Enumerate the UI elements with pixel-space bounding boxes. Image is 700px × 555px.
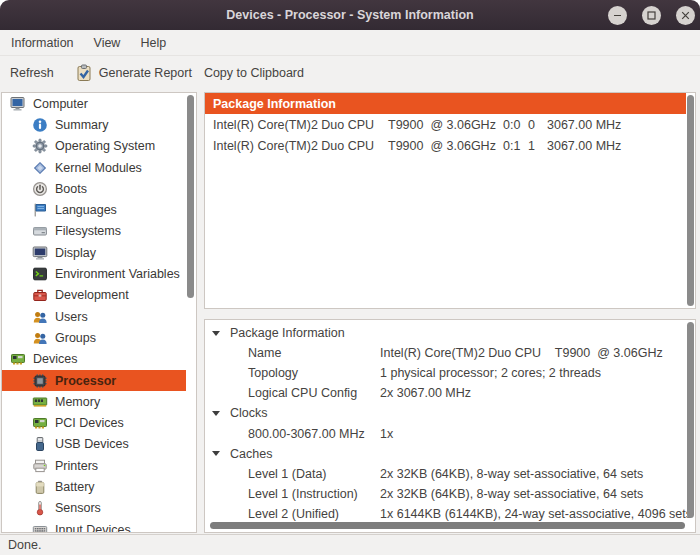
details-row-level-1-data[interactable]: Level 1 (Data)2x 32KB (64KB), 8-way set-…: [205, 464, 695, 484]
sidebar-scrollbar[interactable]: [187, 95, 194, 298]
computer-icon: [10, 96, 26, 112]
details-row-level-2-unified[interactable]: Level 2 (Unified)1x 6144KB (6144KB), 24-…: [205, 504, 695, 524]
details-section-package-information[interactable]: Package Information: [205, 323, 695, 343]
expander-icon[interactable]: [212, 411, 230, 416]
details-row-value: 2x 32KB (64KB), 8-way set-associative, 6…: [380, 467, 643, 481]
processor-icon: [32, 373, 48, 389]
app-window: Devices - Processor - System Information…: [0, 0, 700, 555]
sidebar-item-label: Groups: [55, 331, 96, 345]
details-row-label: Logical CPU Config: [248, 386, 380, 400]
details-row-800-00-3067-00-mhz[interactable]: 800.00-3067.00 MHz1x: [205, 423, 695, 443]
sidebar-item-kernel-modules[interactable]: Kernel Modules: [2, 157, 196, 178]
sidebar-item-label: Computer: [33, 97, 88, 111]
menubar: Information View Help: [0, 30, 700, 56]
sidebar-item-battery[interactable]: Battery: [2, 476, 196, 497]
sidebar-item-operating-system[interactable]: Operating System: [2, 136, 196, 157]
cpu-name: Intel(R) Core(TM)2 Duo CPU: [205, 139, 388, 153]
sidebar-item-printers[interactable]: Printers: [2, 455, 196, 476]
details-section-caches[interactable]: Caches: [205, 444, 695, 464]
cpu-topology: 0:0: [503, 118, 528, 132]
sidebar-item-boots[interactable]: Boots: [2, 178, 196, 199]
generate-report-button[interactable]: Generate Report: [75, 64, 192, 82]
cpu-freq: 3067.00 MHz: [547, 139, 621, 153]
sidebar-item-users[interactable]: Users: [2, 306, 196, 327]
package-list-rows: Intel(R) Core(TM)2 Duo CPUT9900 @ 3.06GH…: [205, 114, 695, 157]
cpu-row[interactable]: Intel(R) Core(TM)2 Duo CPUT9900 @ 3.06GH…: [205, 136, 695, 158]
details-row-value: 2x 32KB (64KB), 8-way set-associative, 6…: [380, 487, 643, 501]
expander-icon[interactable]: [212, 331, 230, 336]
cpu-row[interactable]: Intel(R) Core(TM)2 Duo CPUT9900 @ 3.06GH…: [205, 114, 695, 136]
sidebar-item-label: Users: [55, 310, 88, 324]
sidebar-item-memory[interactable]: Memory: [2, 391, 196, 412]
details-panel: Package InformationNameIntel(R) Core(TM)…: [204, 319, 696, 533]
details-row-level-1-instruction[interactable]: Level 1 (Instruction)2x 32KB (64KB), 8-w…: [205, 484, 695, 504]
sidebar-item-label: Kernel Modules: [55, 161, 142, 175]
sidebar-item-sensors[interactable]: Sensors: [2, 498, 196, 519]
sidebar-item-label: Input Devices: [55, 523, 131, 533]
details-row-logical-cpu-config[interactable]: Logical CPU Config2x 3067.00 MHz: [205, 383, 695, 403]
sidebar-item-label: Devices: [33, 352, 77, 366]
titlebar[interactable]: Devices - Processor - System Information: [0, 0, 700, 30]
battery-icon: [32, 479, 48, 495]
details-section-clocks[interactable]: Clocks: [205, 403, 695, 423]
sidebar-item-filesystems[interactable]: Filesystems: [2, 221, 196, 242]
sidebar-item-usb-devices[interactable]: USB Devices: [2, 434, 196, 455]
sidebar-item-languages[interactable]: Languages: [2, 199, 196, 220]
expander-icon[interactable]: [212, 451, 230, 456]
sidebar-item-devices[interactable]: Devices: [2, 349, 196, 370]
menu-view[interactable]: View: [91, 36, 124, 50]
package-list-scrollbar[interactable]: [687, 95, 694, 306]
window-controls: [608, 6, 695, 25]
sidebar-item-label: USB Devices: [55, 437, 129, 451]
maximize-button[interactable]: [642, 6, 661, 25]
details-section-title: Caches: [230, 447, 272, 461]
sidebar-item-label: Processor: [55, 374, 116, 388]
details-row-value: 1x 6144KB (6144KB), 24-way set-associati…: [380, 507, 692, 521]
details-row-value: 1 physical processor; 2 cores; 2 threads: [380, 366, 601, 380]
sidebar-item-label: Display: [55, 246, 96, 260]
copy-to-clipboard-button[interactable]: Copy to Clipboard: [204, 66, 304, 80]
maximize-icon: [646, 10, 657, 21]
sidebar-item-display[interactable]: Display: [2, 242, 196, 263]
details-row-label: Level 1 (Data): [248, 467, 380, 481]
sidebar-item-input-devices[interactable]: Input Devices: [2, 519, 196, 533]
sidebar-item-summary[interactable]: Summary: [2, 114, 196, 135]
details-hscrollbar[interactable]: [210, 522, 685, 529]
sidebar-item-label: Development: [55, 288, 129, 302]
environment-variables-icon: [32, 266, 48, 282]
details-vscrollbar[interactable]: [687, 322, 694, 518]
details-row-value: 2x 3067.00 MHz: [380, 386, 471, 400]
users-icon: [32, 309, 48, 325]
pci-devices-icon: [32, 415, 48, 431]
menu-help[interactable]: Help: [137, 36, 169, 50]
sidebar-item-processor[interactable]: Processor: [2, 370, 186, 391]
details-row-value: Intel(R) Core(TM)2 Duo CPU T9900 @ 3.06G…: [380, 346, 663, 360]
sidebar-tree: ComputerSummaryOperating SystemKernel Mo…: [2, 93, 196, 533]
filesystems-icon: [32, 223, 48, 239]
sidebar-item-development[interactable]: Development: [2, 285, 196, 306]
details-rows: Package InformationNameIntel(R) Core(TM)…: [205, 323, 695, 524]
refresh-button[interactable]: Refresh: [10, 66, 54, 80]
memory-icon: [32, 394, 48, 410]
details-row-label: Level 1 (Instruction): [248, 487, 380, 501]
statusbar: Done.: [0, 534, 700, 555]
details-section-title: Clocks: [230, 406, 268, 420]
package-list-panel: Package Information Intel(R) Core(TM)2 D…: [204, 92, 696, 309]
close-button[interactable]: [676, 6, 695, 25]
input-devices-icon: [32, 522, 48, 533]
window-title: Devices - Processor - System Information: [226, 8, 473, 22]
sidebar-item-pci-devices[interactable]: PCI Devices: [2, 412, 196, 433]
summary-icon: [32, 117, 48, 133]
minimize-button[interactable]: [608, 6, 627, 25]
menu-information[interactable]: Information: [8, 36, 77, 50]
sidebar-item-groups[interactable]: Groups: [2, 327, 196, 348]
package-list-header: Package Information: [205, 93, 686, 114]
sensors-icon: [32, 500, 48, 516]
details-row-name[interactable]: NameIntel(R) Core(TM)2 Duo CPU T9900 @ 3…: [205, 343, 695, 363]
cpu-core: 0: [528, 118, 547, 132]
details-row-topology[interactable]: Topology1 physical processor; 2 cores; 2…: [205, 363, 695, 383]
sidebar-item-computer[interactable]: Computer: [2, 93, 196, 114]
groups-icon: [32, 330, 48, 346]
sidebar-item-environment-variables[interactable]: Environment Variables: [2, 263, 196, 284]
details-row-label: Name: [248, 346, 380, 360]
